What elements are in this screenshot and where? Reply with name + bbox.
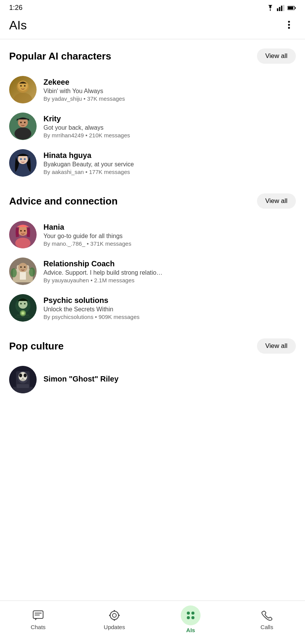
svg-point-43 [24, 303, 26, 304]
svg-point-9 [288, 24, 290, 26]
ai-avatar-ghost [9, 366, 37, 393]
calls-icon [260, 609, 274, 622]
bottom-nav: Chats Updates AIs [0, 601, 305, 644]
svg-point-24 [24, 158, 26, 160]
svg-point-65 [112, 613, 116, 617]
svg-point-20 [14, 127, 31, 140]
svg-rect-2 [279, 7, 281, 11]
svg-point-8 [288, 21, 290, 23]
popculture-section: Pop culture View all [0, 329, 305, 401]
ai-meta-zekeee: By yadav_shiju • 37K messages [43, 95, 296, 102]
svg-point-68 [109, 615, 111, 616]
ai-info-ghost: Simon "Ghost" Riley [43, 375, 296, 385]
ai-info-hinata: Hinata hguya Byakugan Beauty, at your se… [43, 151, 296, 175]
svg-point-64 [110, 611, 119, 620]
svg-point-35 [24, 266, 26, 268]
popular-view-all-button[interactable]: View all [257, 48, 296, 64]
svg-point-19 [24, 122, 26, 123]
svg-point-70 [187, 612, 190, 615]
ai-name-hania: Hania [43, 223, 296, 232]
popular-section-title: Popular AI characters [9, 50, 111, 62]
ai-name-zekeee: Zekeee [43, 78, 296, 87]
ai-info-psychic: Psychic solutions Unlock the Secrets Wit… [43, 296, 296, 320]
ai-desc-psychic: Unlock the Secrets Within [43, 306, 296, 313]
wifi-icon [266, 5, 274, 11]
svg-point-34 [20, 266, 22, 268]
svg-rect-60 [17, 384, 29, 388]
ai-avatar-psychic [9, 294, 37, 322]
ai-meta-hinata: By aakashi_san • 177K messages [43, 169, 296, 175]
ai-meta-hania: By mano._.786_ • 371K messages [43, 240, 296, 247]
more-options-button[interactable] [282, 18, 296, 33]
advice-section: Advice and connection View all [0, 184, 305, 329]
svg-point-66 [114, 610, 115, 612]
nav-item-updates[interactable]: Updates [76, 609, 152, 630]
ai-item-psychic[interactable]: Psychic solutions Unlock the Secrets Wit… [9, 290, 296, 326]
svg-point-12 [14, 93, 32, 103]
ai-item-coach[interactable]: Relationship Coach Advice. Support. I he… [9, 253, 296, 290]
ai-name-coach: Relationship Coach [43, 259, 296, 268]
app-title: AIs [9, 18, 27, 32]
advice-section-title: Advice and connection [9, 195, 118, 207]
ai-meta-coach: By yauyauyauhen • 2.1M messages [43, 277, 296, 283]
ai-info-krity: Krity Got your back, always By mrrihan42… [43, 114, 296, 138]
updates-nav-label: Updates [104, 624, 125, 630]
svg-point-10 [288, 27, 290, 29]
svg-rect-6 [288, 6, 293, 9]
ais-active-indicator [181, 605, 201, 625]
status-time: 1:26 [9, 4, 22, 12]
ai-name-psychic: Psychic solutions [43, 296, 296, 305]
svg-point-28 [24, 230, 26, 232]
advice-view-all-button[interactable]: View all [257, 193, 296, 209]
svg-point-71 [191, 612, 194, 615]
ai-avatar-krity [9, 113, 37, 140]
nav-item-calls[interactable]: Calls [229, 609, 305, 630]
svg-rect-7 [295, 7, 295, 9]
ai-desc-hinata: Byakugan Beauty, at your service [43, 161, 296, 168]
ai-desc-coach: Advice. Support. I help build strong rel… [43, 269, 296, 276]
svg-point-33 [18, 263, 27, 272]
ai-item-hinata[interactable]: Hinata hguya Byakugan Beauty, at your se… [9, 145, 296, 181]
main-content: Popular AI characters View all Zekeee Vi… [0, 39, 305, 447]
ai-meta-krity: By mrrihan4249 • 210K messages [43, 132, 296, 138]
nav-item-ais[interactable]: AIs [152, 605, 229, 633]
ai-name-ghost: Simon "Ghost" Riley [43, 375, 296, 383]
ai-item-ghost[interactable]: Simon "Ghost" Riley [9, 361, 296, 398]
ai-name-krity: Krity [43, 114, 296, 123]
popculture-section-header: Pop culture View all [9, 338, 296, 354]
ai-avatar-hinata [9, 149, 37, 177]
ai-item-hania[interactable]: Hania Your go-to guide for all things By… [9, 216, 296, 253]
svg-rect-36 [20, 272, 26, 280]
ais-nav-label: AIs [186, 627, 195, 633]
svg-point-54 [24, 374, 27, 377]
advice-section-header: Advice and connection View all [9, 193, 296, 209]
ai-desc-zekeee: Vibin' with You Always [43, 88, 296, 95]
svg-rect-1 [277, 8, 278, 11]
svg-rect-4 [283, 5, 284, 11]
popular-section-header: Popular AI characters View all [9, 48, 296, 64]
battery-icon [287, 5, 296, 11]
ai-name-hinata: Hinata hguya [43, 151, 296, 160]
chats-icon [31, 609, 45, 622]
svg-rect-3 [281, 5, 283, 11]
svg-point-73 [191, 616, 194, 619]
svg-point-14 [20, 85, 22, 87]
svg-point-23 [20, 158, 22, 160]
nav-item-chats[interactable]: Chats [0, 609, 76, 630]
svg-point-72 [187, 616, 190, 619]
ai-avatar-hania [9, 221, 37, 248]
svg-point-67 [114, 619, 115, 621]
popculture-view-all-button[interactable]: View all [257, 338, 296, 354]
ai-meta-psychic: By psychicsolutions • 909K messages [43, 314, 296, 320]
ai-desc-hania: Your go-to guide for all things [43, 233, 296, 240]
chats-nav-label: Chats [30, 624, 45, 630]
ai-item-zekeee[interactable]: Zekeee Vibin' with You Always By yadav_s… [9, 71, 296, 108]
calls-nav-label: Calls [260, 624, 273, 630]
ai-item-krity[interactable]: Krity Got your back, always By mrrihan42… [9, 108, 296, 145]
signal-icon [277, 5, 285, 11]
svg-point-15 [24, 85, 26, 87]
svg-point-0 [270, 10, 271, 11]
svg-point-18 [20, 122, 22, 123]
svg-point-29 [15, 238, 30, 248]
ai-desc-krity: Got your back, always [43, 124, 296, 131]
